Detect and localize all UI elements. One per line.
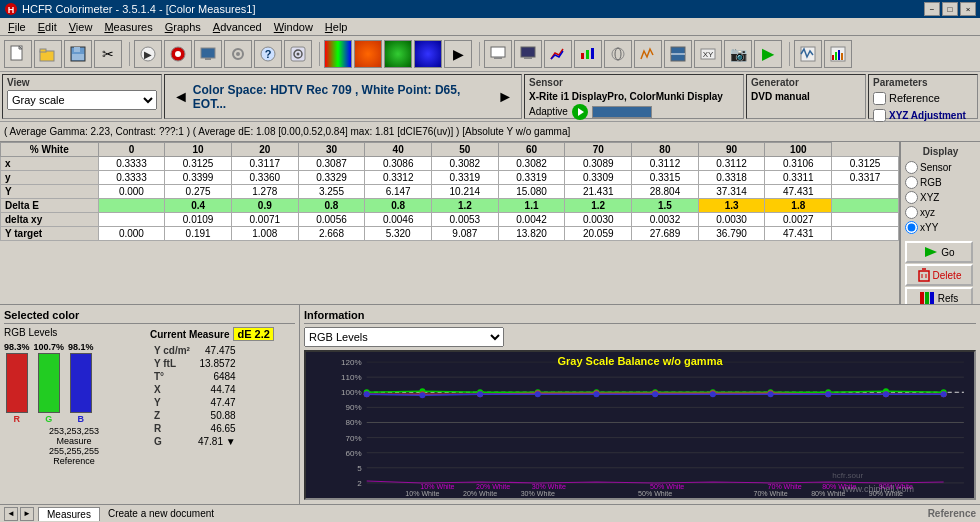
menu-view[interactable]: View [63,20,99,34]
svg-rect-47 [920,292,924,304]
tb-camera[interactable]: 📷 [724,40,752,68]
temp-label: T° [150,370,194,383]
menu-file[interactable]: File [2,20,32,34]
nav-next[interactable]: ► [20,507,34,521]
sensor-bar[interactable] [592,106,652,118]
generator-label: Generator [751,77,861,88]
cell-value: 1.008 [231,227,298,241]
bar-green: 100.7% G [34,342,65,424]
sensor-go-btn[interactable] [572,104,588,120]
cell-value: 47.431 [765,185,832,199]
statusbar: ◄ ► Measures Create a new document Refer… [0,504,980,522]
tb-open[interactable] [34,40,62,68]
cell-value: 0.0032 [632,213,699,227]
cell-value: 0.3087 [298,157,365,171]
cell-value [832,213,899,227]
row-label: Y [1,185,99,199]
menu-measures[interactable]: Measures [98,20,158,34]
tb-pattern4[interactable] [414,40,442,68]
refs-button[interactable]: Refs [905,287,973,304]
radio-xyy[interactable]: xYY [905,221,976,234]
G-label: G [150,435,194,448]
svg-text:10% White: 10% White [420,483,454,490]
radio-xyz[interactable]: XYZ [905,191,976,204]
top-bar: View Gray scale Color checker Saturation… [0,72,980,122]
delete-button[interactable]: Delete [905,264,973,286]
tb-chart3[interactable] [604,40,632,68]
reference-label: Reference [4,456,144,466]
tb-monitor1[interactable] [484,40,512,68]
radio-sensor[interactable]: Sensor [905,161,976,174]
cell-value: 0.0046 [365,213,432,227]
radio-rgb[interactable]: RGB [905,176,976,189]
R-label: R [150,422,194,435]
tb-pattern1[interactable] [324,40,352,68]
tb-chart2[interactable] [574,40,602,68]
nav-prev[interactable]: ◄ [4,507,18,521]
radio-xyz-lower[interactable]: xyz [905,206,976,219]
tb-colorimeter[interactable] [164,40,192,68]
col-header-80: 80 [632,143,699,157]
tb-chart5[interactable] [664,40,692,68]
col-header-30: 30 [298,143,365,157]
svg-rect-27 [586,50,589,59]
cell-value: 1.3 [698,199,765,213]
row-label: y [1,171,99,185]
menu-window[interactable]: Window [268,20,319,34]
cell-value: 0.3333 [98,157,165,171]
tb-new[interactable] [4,40,32,68]
tb-waveform[interactable] [794,40,822,68]
menu-advanced[interactable]: Advanced [207,20,268,34]
go-button[interactable]: Go [905,241,973,263]
menu-help[interactable]: Help [319,20,354,34]
svg-text:90%: 90% [345,403,361,412]
svg-point-109 [941,391,947,397]
cell-value: 3.255 [298,185,365,199]
cell-value: 0.3082 [432,157,499,171]
tb-spectrum[interactable] [824,40,852,68]
sensor-label: Sensor [529,77,739,88]
view-select[interactable]: Gray scale Color checker Saturation swee… [7,90,157,110]
current-measure-label: Current Measure [150,329,229,340]
cell-value: 0.0071 [231,213,298,227]
tb-pattern3[interactable] [384,40,412,68]
reference-checkbox[interactable] [873,92,886,105]
tb-monitor2[interactable] [514,40,542,68]
tab-measures[interactable]: Measures [38,507,100,521]
svg-point-103 [593,391,599,397]
tb-chart4[interactable] [634,40,662,68]
info-select[interactable]: RGB Levels xyY XYZ Lab [304,327,504,347]
close-button[interactable]: × [960,2,976,16]
colorspace-next[interactable]: ► [497,88,513,106]
svg-point-108 [883,391,889,397]
svg-text:60%: 60% [345,449,361,458]
xyz-adjustment-checkbox[interactable] [873,109,886,122]
tb-save[interactable] [64,40,92,68]
svg-text:20% White: 20% White [476,483,510,490]
tb-pattern2[interactable] [354,40,382,68]
colorspace-prev[interactable]: ◄ [173,88,189,106]
cell-value [98,199,165,213]
tb-cut[interactable]: ✂ [94,40,122,68]
minimize-button[interactable]: − [924,2,940,16]
tb-chart6[interactable]: XY [694,40,722,68]
tb-play[interactable]: ▶ [754,40,782,68]
menu-edit[interactable]: Edit [32,20,63,34]
tb-config[interactable] [284,40,312,68]
Z-value: 50.88 [194,409,240,422]
svg-rect-5 [40,49,46,52]
tb-measure-start[interactable]: ▶ [134,40,162,68]
svg-text:120%: 120% [341,358,362,367]
menu-graphs[interactable]: Graphs [159,20,207,34]
cell-value: 0.3315 [632,171,699,185]
svg-marker-42 [925,247,937,257]
tb-pattern5[interactable]: ▶ [444,40,472,68]
maximize-button[interactable]: □ [942,2,958,16]
info-bar: ( Average Gamma: 2.23, Contrast: ???:1 )… [0,122,980,142]
tb-settings[interactable] [224,40,252,68]
tb-display[interactable] [194,40,222,68]
svg-marker-41 [578,108,584,116]
tb-question[interactable]: ? [254,40,282,68]
tb-chart1[interactable] [544,40,572,68]
cell-value [832,199,899,213]
